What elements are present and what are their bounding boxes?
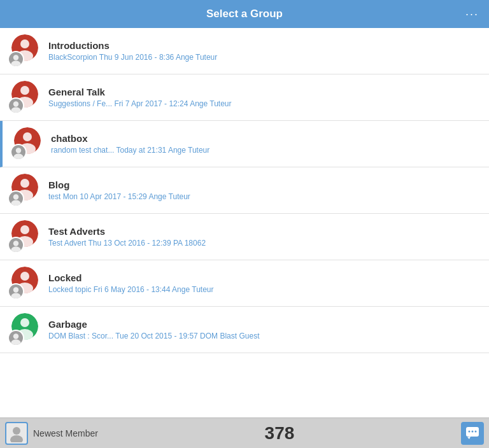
svg-point-46 [468, 430, 470, 432]
group-item-chatbox[interactable]: chatbox random test chat... Today at 21:… [0, 121, 489, 167]
avatar-container-test-adverts [8, 220, 41, 253]
group-name-locked: Locked [48, 272, 481, 283]
group-name-chatbox: chatbox [51, 133, 481, 144]
group-name-garbage: Garbage [48, 319, 481, 330]
group-info-general-talk: General Talk Suggestions / Fe... Fri 7 A… [48, 87, 481, 108]
group-info-introductions: Introductions BlackScorpion Thu 9 Jun 20… [48, 40, 481, 62]
more-options-icon[interactable]: ··· [465, 8, 479, 21]
svg-point-19 [20, 179, 29, 188]
member-count: 378 [265, 423, 295, 444]
group-info-chatbox: chatbox random test chat... Today at 21:… [51, 133, 481, 155]
svg-point-34 [13, 287, 18, 292]
group-info-test-adverts: Test Adverts Test Advert Thu 13 Oct 2016… [48, 226, 481, 248]
header-title: Select a Group [206, 8, 283, 20]
chat-button[interactable] [461, 422, 484, 445]
group-item-test-adverts[interactable]: Test Adverts Test Advert Thu 13 Oct 2016… [0, 214, 489, 260]
avatar-container-garbage [8, 313, 41, 346]
avatar-container-introductions [8, 34, 41, 67]
group-meta-chatbox: random test chat... Today at 21:31 Ange … [51, 146, 481, 155]
svg-point-37 [20, 318, 29, 327]
app-container: Select a Group ··· Introductions BlackSc… [0, 0, 489, 448]
svg-point-48 [474, 430, 476, 432]
group-meta-introductions: BlackScorpion Thu 9 Jun 2016 - 8:36 Ange… [48, 53, 481, 62]
svg-point-10 [13, 101, 18, 106]
svg-point-1 [20, 39, 29, 48]
group-meta-general-talk: Suggestions / Fe... Fri 7 Apr 2017 - 12:… [48, 99, 481, 108]
svg-point-43 [10, 435, 23, 442]
group-name-introductions: Introductions [48, 40, 481, 51]
group-meta-garbage: DOM Blast : Scor... Tue 20 Oct 2015 - 19… [48, 332, 481, 340]
group-info-garbage: Garbage DOM Blast : Scor... Tue 20 Oct 2… [48, 319, 481, 340]
group-item-introductions[interactable]: Introductions BlackScorpion Thu 9 Jun 20… [0, 28, 489, 74]
header: Select a Group ··· [0, 0, 489, 28]
svg-point-4 [13, 55, 18, 60]
avatar-sub-introductions [8, 51, 24, 67]
svg-point-7 [20, 86, 29, 95]
svg-point-13 [23, 132, 32, 141]
avatar-sub-locked [8, 283, 24, 300]
avatar-sub-chatbox [10, 144, 27, 160]
svg-point-31 [20, 272, 29, 281]
svg-point-47 [471, 430, 473, 432]
footer-bar: Newest Member 378 [0, 417, 489, 448]
avatar-container-general-talk [8, 81, 41, 114]
group-item-general-talk[interactable]: General Talk Suggestions / Fe... Fri 7 A… [0, 74, 489, 121]
svg-point-28 [13, 241, 18, 246]
group-meta-test-adverts: Test Advert Thu 13 Oct 2016 - 12:39 PA 1… [48, 239, 481, 248]
avatar-container-blog [8, 174, 41, 207]
group-info-blog: Blog test Mon 10 Apr 2017 - 15:29 Ange T… [48, 179, 481, 201]
avatar-sub-test-adverts [8, 237, 24, 253]
avatar-container-chatbox [10, 127, 43, 160]
group-item-blog[interactable]: Blog test Mon 10 Apr 2017 - 15:29 Ange T… [0, 167, 489, 214]
svg-point-16 [16, 148, 21, 153]
group-meta-locked: Locked topic Fri 6 May 2016 - 13:44 Ange… [48, 285, 481, 294]
group-name-blog: Blog [48, 179, 481, 190]
svg-point-42 [13, 427, 20, 435]
svg-marker-45 [467, 437, 471, 439]
avatar-container-locked [8, 267, 41, 300]
group-info-locked: Locked Locked topic Fri 6 May 2016 - 13:… [48, 272, 481, 294]
newest-member-label: Newest Member [33, 428, 98, 438]
footer-member-section: Newest Member [5, 422, 98, 445]
svg-point-40 [13, 333, 18, 339]
avatar-sub-garbage [8, 330, 24, 346]
group-meta-blog: test Mon 10 Apr 2017 - 15:29 Ange Tuteur [48, 192, 481, 201]
group-item-garbage[interactable]: Garbage DOM Blast : Scor... Tue 20 Oct 2… [0, 307, 489, 353]
avatar-sub-blog [8, 190, 24, 207]
group-item-locked[interactable]: Locked Locked topic Fri 6 May 2016 - 13:… [0, 260, 489, 307]
avatar-sub-general-talk [8, 97, 24, 114]
svg-point-25 [20, 225, 29, 234]
groups-list: Introductions BlackScorpion Thu 9 Jun 20… [0, 28, 489, 417]
group-name-general-talk: General Talk [48, 87, 481, 97]
group-name-test-adverts: Test Adverts [48, 226, 481, 237]
newest-member-avatar [5, 422, 28, 445]
svg-point-22 [13, 194, 18, 199]
